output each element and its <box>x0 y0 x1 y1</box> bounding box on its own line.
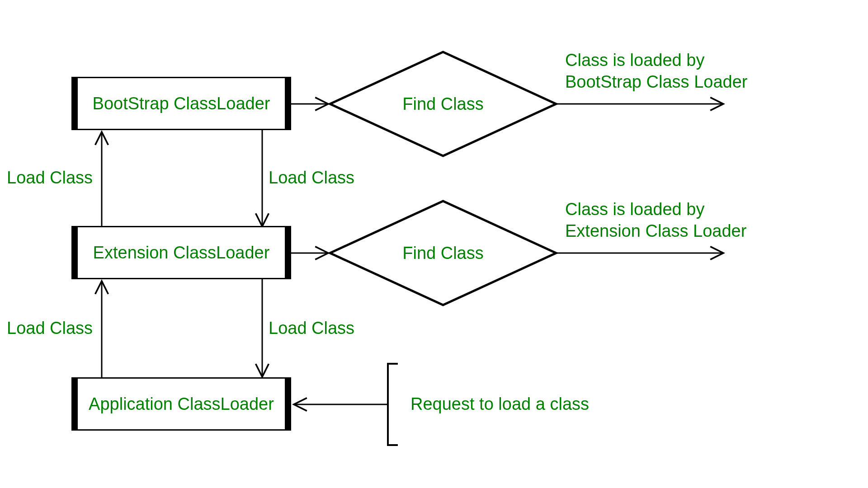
label-result-extension-line1: Class is loaded by <box>565 199 746 221</box>
box-edge <box>285 77 291 130</box>
classloader-diagram: BootStrap ClassLoader Extension ClassLoa… <box>0 0 868 488</box>
box-application-classloader: Application ClassLoader <box>71 377 291 431</box>
diamond-label-find-class-1: Find Class <box>402 94 484 114</box>
box-label-extension: Extension ClassLoader <box>93 243 270 263</box>
box-edge <box>285 377 291 431</box>
box-extension-classloader: Extension ClassLoader <box>71 226 291 279</box>
label-result-bootstrap: Class is loaded by BootStrap Class Loade… <box>565 50 747 93</box>
box-bootstrap-classloader: BootStrap ClassLoader <box>71 77 291 130</box>
label-load-class-down-2: Load Class <box>269 319 354 338</box>
box-edge <box>71 226 78 279</box>
box-label-application: Application ClassLoader <box>89 394 274 414</box>
diamond-label-container-2: Find Class <box>330 201 556 305</box>
label-result-extension: Class is loaded by Extension Class Loade… <box>565 199 746 242</box>
box-edge <box>71 377 78 431</box>
label-load-class-down-1: Load Class <box>269 168 354 188</box>
box-label-bootstrap: BootStrap ClassLoader <box>93 94 270 113</box>
box-edge <box>285 226 291 279</box>
label-result-extension-line2: Extension Class Loader <box>565 221 746 242</box>
label-request: Request to load a class <box>410 394 589 414</box>
label-result-bootstrap-line1: Class is loaded by <box>565 50 747 71</box>
diamond-label-container-1: Find Class <box>330 52 556 156</box>
box-edge <box>71 77 78 130</box>
diamond-label-find-class-2: Find Class <box>402 244 484 263</box>
label-load-class-up-1: Load Class <box>7 168 93 188</box>
label-result-bootstrap-line2: BootStrap Class Loader <box>565 71 747 93</box>
request-bracket <box>388 364 398 445</box>
label-load-class-up-2: Load Class <box>7 319 93 338</box>
